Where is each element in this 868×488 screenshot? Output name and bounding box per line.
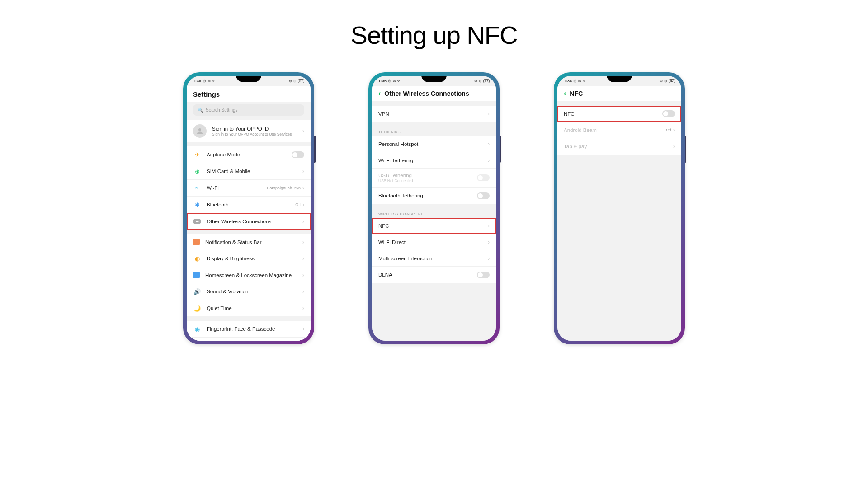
search-placeholder: Search Settings: [206, 108, 238, 113]
nfc-toggle[interactable]: [662, 110, 675, 117]
wifi-tether-label: Wi-Fi Tethering: [378, 158, 488, 163]
dlna-toggle[interactable]: [477, 272, 490, 278]
hotspot-row[interactable]: Personal Hotspot ›: [372, 136, 496, 152]
homescreen-row[interactable]: Homescreen & Lockscreen Magazine ›: [187, 267, 311, 283]
header-title: Other Wireless Connections: [384, 90, 469, 97]
phone-screen-2: 1:36 ⏱ ✉ ᯤ ⚙ ⊙ 87 ‹ Other Wireless Conne…: [372, 76, 496, 341]
phones-row: 1:36 ⏱ ✉ ᯤ ⚙ ⊙ 87 Settings 🔍 Search Sett…: [0, 72, 868, 344]
chevron-right-icon: ›: [302, 239, 304, 245]
header: Settings: [187, 86, 311, 102]
search-input[interactable]: 🔍 Search Settings: [193, 104, 304, 116]
msg-icon: ✉: [393, 79, 396, 83]
signal-icon: ⊙: [479, 79, 482, 83]
bt-status-icon: ⚙: [474, 79, 477, 83]
back-button[interactable]: ‹: [564, 89, 566, 98]
bt-value: Off: [295, 202, 301, 207]
status-time: 1:36: [193, 79, 201, 83]
bluetooth-icon: ✱: [193, 201, 201, 209]
tap-pay-row: Tap & pay ›: [557, 138, 681, 155]
sound-row[interactable]: 🔊 Sound & Vibration ›: [187, 283, 311, 300]
usb-tether-row: USB Tethering USB Not Connected: [372, 169, 496, 188]
more-icon: •••: [193, 219, 201, 224]
quiet-row[interactable]: 🌙 Quiet Time ›: [187, 300, 311, 316]
chevron-right-icon: ›: [302, 168, 304, 174]
phone-frame-1: 1:36 ⏱ ✉ ᯤ ⚙ ⊙ 87 Settings 🔍 Search Sett…: [183, 72, 314, 344]
sound-label: Sound & Vibration: [207, 289, 302, 294]
bluetooth-row[interactable]: ✱ Bluetooth Off ›: [187, 197, 311, 213]
airplane-label: Airplane Mode: [207, 152, 292, 157]
chevron-right-icon: ›: [673, 127, 675, 133]
phone-notch: [421, 76, 447, 82]
wifi-icon: ᯤ: [193, 184, 201, 192]
wifi-direct-row[interactable]: Wi-Fi Direct ›: [372, 234, 496, 250]
chevron-right-icon: ›: [488, 141, 490, 147]
nfc-label: NFC: [378, 223, 488, 229]
phone-screen-1: 1:36 ⏱ ✉ ᯤ ⚙ ⊙ 87 Settings 🔍 Search Sett…: [187, 76, 311, 341]
vpn-label: VPN: [378, 111, 488, 117]
fingerprint-icon: ◉: [193, 325, 201, 333]
bt-status-icon: ⚙: [289, 79, 292, 83]
phone-frame-3: 1:36 ⏱ ✉ ᯤ ⚙ ⊙ 87 ‹ NFC NFC: [554, 72, 685, 344]
msg-icon: ✉: [578, 79, 581, 83]
bt-tether-label: Bluetooth Tethering: [378, 193, 477, 198]
wifi-direct-label: Wi-Fi Direct: [378, 239, 488, 245]
wifi-tether-row[interactable]: Wi-Fi Tethering ›: [372, 152, 496, 169]
other-label: Other Wireless Connections: [207, 219, 302, 224]
nfc-label: NFC: [564, 111, 662, 117]
phone-notch: [607, 76, 632, 82]
finger-label: Fingerprint, Face & Passcode: [207, 326, 302, 332]
signal-icon: ⊙: [664, 79, 667, 83]
chevron-right-icon: ›: [488, 239, 490, 245]
chevron-right-icon: ›: [302, 288, 304, 295]
usb-tether-sub: USB Not Connected: [378, 178, 477, 183]
quiet-label: Quiet Time: [207, 305, 302, 311]
wifi-row[interactable]: ᯤ Wi-Fi CampaignLab_syn ›: [187, 180, 311, 197]
tap-label: Tap & pay: [564, 144, 673, 149]
tethering-section-header: TETHERING: [372, 127, 496, 136]
signin-row[interactable]: Sign in to Your OPPO ID Sign in to Your …: [187, 120, 311, 142]
fingerprint-row[interactable]: ◉ Fingerprint, Face & Passcode ›: [187, 321, 311, 338]
usb-tether-label: USB Tethering: [378, 173, 477, 178]
status-time: 1:36: [564, 79, 572, 83]
android-beam-row: Android Beam Off ›: [557, 122, 681, 138]
other-wireless-row[interactable]: ••• Other Wireless Connections ›: [187, 213, 311, 230]
vpn-row[interactable]: VPN ›: [372, 106, 496, 122]
bt-tether-toggle[interactable]: [477, 192, 490, 199]
header: ‹ NFC: [557, 86, 681, 101]
signin-sub: Sign in to Your OPPO Account to Use Serv…: [212, 132, 302, 136]
msg-icon: ✉: [208, 79, 211, 83]
notification-row[interactable]: Notification & Status Bar ›: [187, 234, 311, 250]
sound-icon: 🔊: [193, 287, 201, 296]
chevron-right-icon: ›: [488, 255, 490, 262]
svg-point-0: [198, 128, 201, 131]
chevron-right-icon: ›: [302, 202, 304, 208]
nfc-toggle-row[interactable]: NFC: [557, 106, 681, 122]
display-label: Display & Brightness: [207, 256, 302, 261]
sim-icon: ⊕: [193, 167, 201, 175]
airplane-row[interactable]: ✈ Airplane Mode: [187, 146, 311, 163]
chevron-right-icon: ›: [302, 218, 304, 225]
battery-label: 87: [483, 79, 490, 83]
battery-label: 87: [669, 79, 675, 83]
wifi-status-icon: ᯤ: [397, 79, 401, 83]
signal-icon: ⊙: [293, 79, 297, 83]
chevron-right-icon: ›: [302, 185, 304, 191]
bt-tether-row[interactable]: Bluetooth Tethering: [372, 188, 496, 204]
dlna-row[interactable]: DLNA: [372, 267, 496, 283]
airplane-toggle[interactable]: [292, 151, 304, 158]
multiscreen-row[interactable]: Multi-screen Interaction ›: [372, 250, 496, 267]
airplane-icon: ✈: [193, 150, 201, 159]
back-button[interactable]: ‹: [378, 89, 381, 98]
clock-icon: ⏱: [573, 79, 577, 83]
chevron-right-icon: ›: [488, 111, 490, 117]
phone-screen-3: 1:36 ⏱ ✉ ᯤ ⚙ ⊙ 87 ‹ NFC NFC: [557, 76, 681, 341]
search-icon: 🔍: [198, 108, 203, 113]
page-title: Setting up NFC: [0, 20, 868, 50]
sim-row[interactable]: ⊕ SIM Card & Mobile ›: [187, 163, 311, 180]
display-row[interactable]: ◐ Display & Brightness ›: [187, 250, 311, 267]
clock-icon: ⏱: [203, 79, 206, 83]
chevron-right-icon: ›: [302, 128, 304, 134]
chevron-right-icon: ›: [673, 143, 675, 150]
nfc-row[interactable]: NFC ›: [372, 218, 496, 234]
smart-row[interactable]: ♟ Smart & Convenient ›: [187, 338, 311, 341]
